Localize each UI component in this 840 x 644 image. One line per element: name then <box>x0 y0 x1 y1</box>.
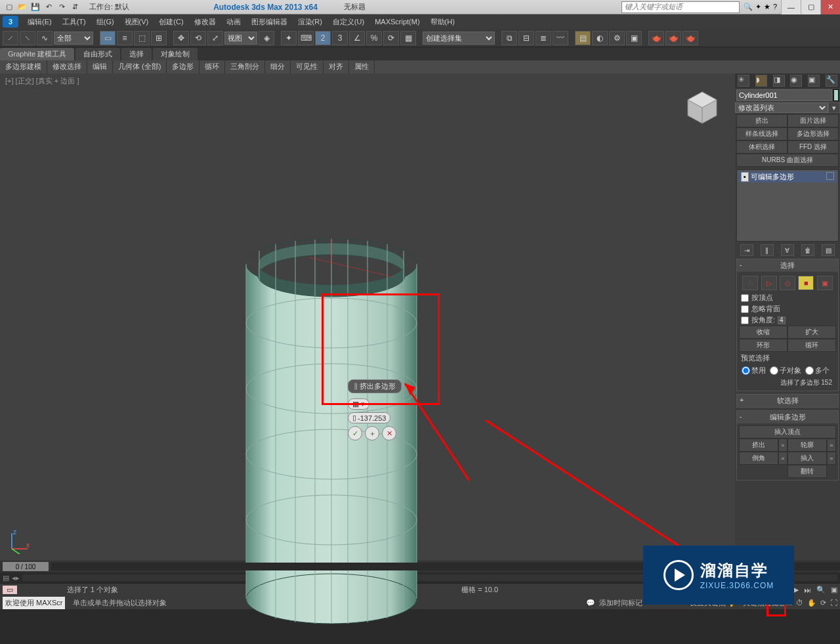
rect-select-icon[interactable]: ⬚ <box>134 31 150 45</box>
ribbon-tab-objectpaint[interactable]: 对象绘制 <box>153 48 198 60</box>
configure-sets-icon[interactable]: ▤ <box>822 244 835 256</box>
menu-views[interactable]: 视图(V) <box>119 17 154 27</box>
time-config-icon[interactable]: ⏱ <box>796 599 803 607</box>
grow-button[interactable]: 扩大 <box>788 326 836 339</box>
bevel-settings-icon[interactable]: ▫ <box>778 452 788 465</box>
utilities-tab-icon[interactable]: 🔧 <box>826 75 837 87</box>
open-icon[interactable]: 📂 <box>16 1 29 13</box>
quick-splinesel[interactable]: 样条线选择 <box>736 127 788 140</box>
link-icon[interactable]: ⇵ <box>68 1 81 13</box>
mirror-icon[interactable]: ⧉ <box>501 31 517 45</box>
move-icon[interactable]: ✥ <box>173 31 189 45</box>
modifier-list-dropdown[interactable]: 修改器列表 <box>735 102 828 113</box>
render-iterative-icon[interactable]: 🫖 <box>665 31 681 45</box>
show-end-result-icon[interactable]: ‖ <box>761 244 774 256</box>
ring-button[interactable]: 环形 <box>739 339 788 352</box>
menu-create[interactable]: 创建(C) <box>154 17 188 27</box>
new-icon[interactable]: ▢ <box>3 1 16 13</box>
subobj-polygon-icon[interactable]: ■ <box>798 276 814 290</box>
ribbon-group-align[interactable]: 对齐 <box>324 60 349 74</box>
object-color-swatch[interactable] <box>833 89 839 101</box>
preview-off-radio[interactable] <box>742 366 750 375</box>
quick-extrude[interactable]: 挤出 <box>736 114 788 127</box>
ribbon-group-props[interactable]: 属性 <box>349 60 375 74</box>
nav-orbit-icon[interactable]: ⟳ <box>820 599 826 607</box>
snap-2d-icon[interactable]: 2 <box>315 31 331 45</box>
inset-settings-icon[interactable]: ▫ <box>827 452 836 465</box>
create-tab-icon[interactable]: ✳ <box>738 75 749 87</box>
snap-3d-icon[interactable]: 3 <box>332 31 348 45</box>
menu-customize[interactable]: 自定义(U) <box>327 17 369 27</box>
by-angle-spinner[interactable] <box>778 316 786 324</box>
trackbar-keys-icon[interactable]: ◂▸ <box>12 574 20 582</box>
app-menu-icon[interactable]: 3 <box>3 16 18 28</box>
material-editor-icon[interactable]: ◐ <box>592 31 608 45</box>
align-icon[interactable]: ⊟ <box>518 31 534 45</box>
undo-icon[interactable]: ↶ <box>42 1 55 13</box>
stack-item-editpoly[interactable]: ▪ 可编辑多边形 <box>738 171 837 182</box>
select-manipulate-icon[interactable]: ✦ <box>281 31 297 45</box>
object-name-input[interactable] <box>736 89 832 101</box>
caddy-cancel-button[interactable]: ✕ <box>382 426 396 440</box>
by-vertex-checkbox[interactable] <box>741 294 749 302</box>
named-selection-dropdown[interactable]: 创建选择集 <box>423 32 495 45</box>
close-button[interactable]: ✕ <box>820 0 840 14</box>
unlink-icon[interactable]: ⟍ <box>20 31 35 45</box>
rollout-selection-header[interactable]: -选择 <box>737 259 838 272</box>
maximize-button[interactable]: ▢ <box>801 0 820 14</box>
menu-tools[interactable]: 工具(T) <box>57 17 91 27</box>
favorites-icon[interactable]: ★ <box>764 3 770 11</box>
ribbon-tab-selection[interactable]: 选择 <box>121 48 152 60</box>
quick-polysel[interactable]: 多边形选择 <box>788 127 839 140</box>
scale-icon[interactable]: ⤢ <box>207 31 223 45</box>
ribbon-group-edit[interactable]: 编辑 <box>87 60 113 74</box>
make-unique-icon[interactable]: ∀ <box>781 244 794 256</box>
subobj-element-icon[interactable]: ▣ <box>817 276 833 290</box>
expand-icon[interactable]: ▪ <box>741 172 749 182</box>
menu-maxscript[interactable]: MAXScript(M) <box>369 18 425 26</box>
quick-patchsel[interactable]: 面片选择 <box>788 114 839 127</box>
ref-coord-dropdown[interactable]: 视图 <box>224 32 257 45</box>
flip-button[interactable]: 翻转 <box>788 465 827 478</box>
extrude-settings-icon[interactable]: ▫ <box>778 439 788 452</box>
stack-toggle-icon[interactable] <box>826 172 834 180</box>
exchange-icon[interactable]: ✦ <box>755 3 761 11</box>
rollout-softsel-header[interactable]: +软选择 <box>737 395 838 407</box>
quick-volsel[interactable]: 体积选择 <box>736 140 788 154</box>
select-object-icon[interactable]: ▭ <box>100 31 116 45</box>
subobj-edge-icon[interactable]: ▷ <box>761 276 777 290</box>
ribbon-tab-graphite[interactable]: Graphite 建模工具 <box>0 48 74 60</box>
render-setup-icon[interactable]: ⚙ <box>609 31 625 45</box>
link-icon[interactable]: ⟋ <box>3 31 18 45</box>
schematic-view-icon[interactable]: ▤ <box>575 31 591 45</box>
modify-tab-icon[interactable]: ◗ <box>755 75 767 87</box>
play-next-icon[interactable]: ▶ <box>793 586 799 594</box>
selection-filter-dropdown[interactable]: 全部 <box>54 32 93 45</box>
search-icon[interactable]: 🔍 <box>744 3 753 11</box>
display-tab-icon[interactable]: ▣ <box>808 75 820 87</box>
menu-grapheditors[interactable]: 图形编辑器 <box>246 17 293 27</box>
menu-animation[interactable]: 动画 <box>221 17 246 27</box>
bind-icon[interactable]: ∿ <box>37 31 52 45</box>
by-angle-checkbox[interactable] <box>741 316 749 324</box>
modifier-stack[interactable]: ▪ 可编辑多边形 <box>736 169 839 242</box>
save-icon[interactable]: 💾 <box>29 1 42 13</box>
outline-button[interactable]: 轮廓 <box>788 439 827 452</box>
menu-edit[interactable]: 编辑(E) <box>22 17 57 27</box>
caddy-height-input[interactable]: ▯ -137.253 <box>348 412 390 423</box>
edged-faces-icon[interactable]: ▦ <box>400 31 416 45</box>
spinner-snap-icon[interactable]: ⟳ <box>383 31 399 45</box>
ribbon-group-loop[interactable]: 循环 <box>200 60 225 74</box>
menu-group[interactable]: 组(G) <box>91 17 119 27</box>
ignore-backfacing-checkbox[interactable] <box>741 305 749 313</box>
nav-max-icon[interactable]: ⛶ <box>830 599 837 607</box>
quick-ffdsel[interactable]: FFD 选择 <box>788 140 839 154</box>
modifier-list-arrow-icon[interactable]: ▾ <box>828 102 840 113</box>
play-end-icon[interactable]: ⏭ <box>804 586 811 594</box>
angle-snap-icon[interactable]: ∠ <box>349 31 365 45</box>
pivot-icon[interactable]: ◈ <box>259 31 274 45</box>
inset-button[interactable]: 插入 <box>788 452 827 465</box>
redo-icon[interactable]: ↷ <box>55 1 68 13</box>
percent-snap-icon[interactable]: % <box>366 31 382 45</box>
caddy-apply-button[interactable]: ＋ <box>365 426 379 440</box>
